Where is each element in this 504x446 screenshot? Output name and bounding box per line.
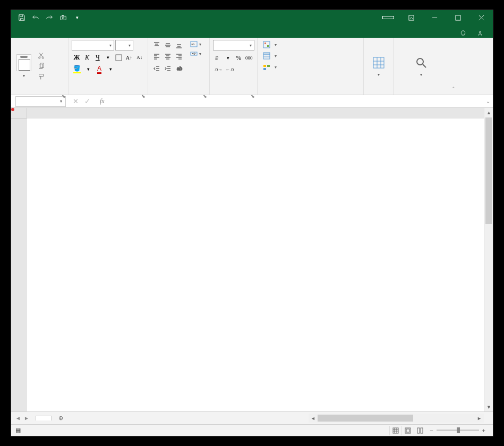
scroll-left-icon[interactable]: ◄ [309, 414, 318, 423]
zoom-slider[interactable] [437, 430, 479, 431]
conditional-format-button[interactable]: ▾ [261, 40, 360, 49]
svg-text:ab: ab [191, 43, 195, 46]
paste-icon [16, 54, 31, 71]
search-icon [415, 55, 428, 70]
zoom-in-icon[interactable]: + [482, 427, 485, 434]
comma-button[interactable]: 000 [244, 53, 254, 63]
accept-formula-icon[interactable]: ✓ [82, 97, 92, 105]
qat-customize-icon[interactable]: ▾ [71, 11, 83, 24]
ribbon-group-alignment: ab ab▾ ▾ ⬊ [148, 38, 210, 95]
window-controls [382, 10, 493, 25]
italic-button[interactable]: К [82, 52, 92, 63]
svg-rect-49 [267, 45, 269, 47]
increase-decimal-icon[interactable]: .0→ [213, 64, 224, 75]
add-sheet-icon[interactable]: ⊕ [55, 413, 66, 424]
close-icon[interactable] [469, 10, 493, 25]
svg-rect-54 [263, 65, 266, 67]
dialog-launcher-icon[interactable]: ⬊ [203, 94, 207, 99]
svg-rect-0 [61, 16, 66, 20]
paste-button[interactable]: ▾ [14, 40, 33, 92]
worksheet: ▲ ▼ [11, 108, 493, 411]
currency-button[interactable]: ₽ [213, 53, 223, 63]
macro-record-icon[interactable]: ▦ [15, 427, 25, 434]
share-button[interactable] [474, 29, 489, 38]
maximize-icon[interactable] [446, 10, 469, 25]
cut-icon[interactable] [36, 51, 46, 61]
excel-window: ▾ ▾ [11, 10, 493, 436]
merge-button[interactable]: ▾ [190, 49, 202, 58]
name-box[interactable]: ▾ [15, 96, 66, 107]
align-center-icon[interactable] [163, 51, 173, 62]
formula-input[interactable] [108, 100, 483, 103]
dialog-launcher-icon[interactable]: ⬊ [62, 94, 66, 99]
sheet-tab-active[interactable] [36, 416, 52, 420]
decrease-decimal-icon[interactable]: ←.0 [224, 64, 235, 75]
save-icon[interactable] [15, 11, 28, 24]
horizontal-scrollbar[interactable]: ◄ ► [309, 414, 484, 423]
format-table-button[interactable]: ▾ [261, 51, 360, 61]
svg-rect-64 [393, 428, 398, 433]
percent-button[interactable]: % [234, 53, 244, 63]
wrap-text-button[interactable]: ab▾ [190, 40, 202, 48]
login-button[interactable] [382, 16, 394, 19]
orientation-icon[interactable]: ab [174, 63, 184, 74]
align-right-icon[interactable] [174, 51, 184, 62]
ribbon-group-clipboard: ▾ ⬊ [11, 38, 69, 95]
svg-text:ab: ab [177, 66, 182, 71]
font-size-dropdown[interactable]: ▾ [115, 40, 133, 51]
ribbon-options-icon[interactable] [399, 10, 423, 25]
ribbon-group-editing: ▾ [394, 38, 449, 95]
dialog-launcher-icon[interactable]: ⬊ [251, 94, 255, 99]
copy-icon[interactable] [36, 62, 46, 71]
cell-styles-button[interactable]: ▾ [261, 62, 360, 72]
align-top-icon[interactable] [151, 40, 162, 51]
align-middle-icon[interactable] [163, 40, 173, 51]
zoom-out-icon[interactable]: − [430, 427, 433, 434]
cells-button[interactable]: ▾ [370, 40, 387, 92]
shrink-font-icon[interactable]: A↓ [134, 52, 144, 63]
format-painter-icon[interactable] [36, 72, 46, 82]
align-bottom-icon[interactable] [174, 40, 184, 51]
hscroll-thumb[interactable] [318, 415, 413, 422]
sheet-tabs-bar: ◄ ► ⊕ ◄ ► [11, 411, 493, 424]
editing-button[interactable]: ▾ [413, 40, 430, 92]
expand-formula-icon[interactable]: ⌄ [483, 98, 493, 104]
svg-rect-14 [116, 55, 122, 61]
tab-nav-next-icon[interactable]: ► [23, 415, 30, 421]
font-color-button[interactable]: A [94, 64, 105, 74]
scroll-up-icon[interactable]: ▲ [484, 108, 493, 117]
number-format-dropdown[interactable]: ▾ [213, 40, 254, 51]
fx-icon[interactable]: fx [97, 97, 108, 105]
view-normal-icon[interactable] [389, 426, 401, 435]
tell-me-button[interactable] [457, 29, 472, 38]
undo-icon[interactable] [29, 11, 42, 24]
view-pagebreak-icon[interactable] [414, 426, 425, 435]
collapse-ribbon-icon[interactable]: ˆ [449, 38, 458, 95]
underline-button[interactable]: Ч [92, 52, 102, 63]
select-all-corner[interactable] [11, 108, 27, 119]
svg-point-8 [480, 31, 481, 33]
cancel-formula-icon[interactable]: ✕ [70, 97, 81, 105]
align-left-icon[interactable] [151, 51, 162, 62]
cells-area[interactable] [27, 119, 484, 411]
minimize-icon[interactable] [423, 10, 446, 25]
borders-button[interactable] [114, 52, 124, 63]
camera-icon[interactable] [57, 11, 70, 24]
increase-indent-icon[interactable] [163, 63, 173, 74]
tab-nav-prev-icon[interactable]: ◄ [14, 415, 22, 421]
fill-color-button[interactable]: 🪣 [72, 64, 82, 74]
redo-icon[interactable] [43, 11, 56, 24]
bold-button[interactable]: Ж [72, 52, 82, 63]
scroll-thumb[interactable] [485, 117, 492, 224]
vertical-scrollbar[interactable]: ▲ ▼ [484, 108, 493, 411]
scroll-down-icon[interactable]: ▼ [484, 402, 493, 411]
view-layout-icon[interactable] [402, 426, 413, 435]
font-name-dropdown[interactable]: ▾ [72, 40, 114, 51]
decrease-indent-icon[interactable] [151, 63, 162, 74]
ribbon-group-styles: ▾ ▾ ▾ [258, 38, 364, 95]
grow-font-icon[interactable]: A↑ [124, 52, 134, 63]
scroll-right-icon[interactable]: ► [475, 414, 484, 423]
dialog-launcher-icon[interactable]: ⬊ [141, 94, 146, 99]
ribbon-group-font: ▾ ▾ Ж К Ч ▾ A↑ A↓ 🪣 ▾ A ▾ [69, 38, 148, 95]
svg-rect-57 [373, 57, 384, 68]
